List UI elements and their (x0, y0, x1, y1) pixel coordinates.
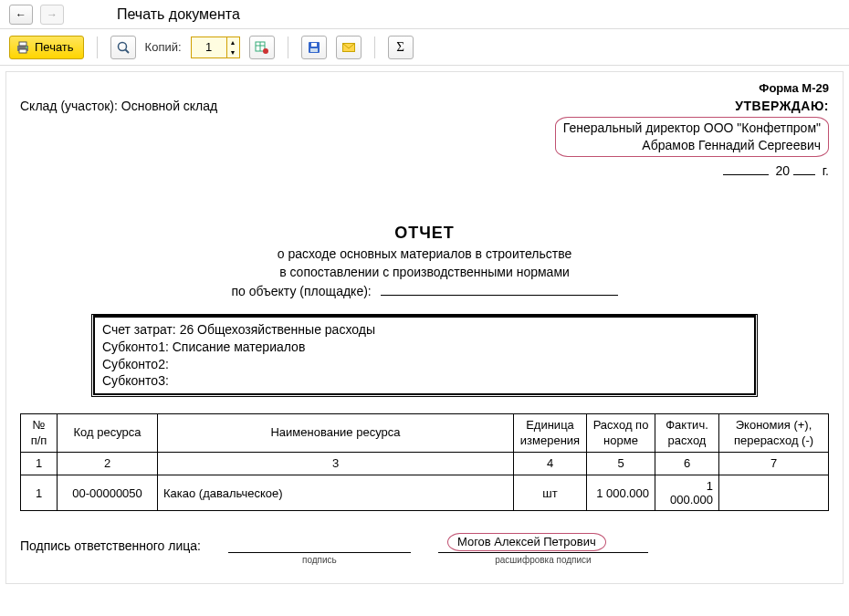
sign-cap2: расшифровка подписи (438, 555, 648, 565)
cell-fact: 1 000.000 (655, 475, 719, 511)
cell-name: Какао (давальческое) (158, 475, 514, 511)
th-delta: Экономия (+), перерасход (-) (719, 414, 829, 453)
svg-rect-2 (19, 49, 26, 53)
colnum: 1 (21, 452, 58, 475)
signature-row: Подпись ответственного лица: подпись Мог… (20, 538, 829, 565)
envelope-icon (341, 40, 356, 55)
titlebar: ← → Печать документа (0, 0, 849, 29)
mail-button[interactable] (336, 36, 362, 59)
approver-highlight: Генеральный директор ООО "Конфетпром" Аб… (555, 117, 829, 157)
floppy-icon (307, 40, 321, 55)
copies-up[interactable]: ▲ (227, 37, 239, 47)
svg-rect-11 (311, 43, 317, 47)
th-code: Код ресурса (58, 414, 158, 453)
th-norm: Расход по норме (587, 414, 655, 453)
sign-slot-name: Могов Алексей Петрович расшифровка подпи… (438, 538, 648, 565)
approve-date-line: 20 г. (555, 162, 829, 178)
nav-forward-button: → (40, 5, 64, 25)
window-title: Печать документа (117, 6, 240, 23)
table-colnum-row: 1 2 3 4 5 6 7 (21, 452, 829, 475)
sigma-icon: Σ (396, 39, 404, 55)
svg-rect-1 (19, 42, 26, 46)
cost-l2-label: Субконто1: (102, 339, 173, 354)
toolbar: Печать Копий: ▲ ▼ Σ (0, 29, 849, 66)
cell-code: 00-00000050 (58, 475, 158, 511)
colnum: 2 (58, 452, 158, 475)
approver-line1: Генеральный директор ООО "Конфетпром" (563, 120, 821, 135)
separator (288, 37, 288, 58)
cost-l3-label: Субконто2: (102, 357, 169, 371)
printer-icon (16, 41, 30, 54)
table-gear-icon (255, 40, 269, 55)
colnum: 3 (158, 452, 514, 475)
cell-num: 1 (21, 475, 58, 511)
approver-line2: Абрамов Геннадий Сергеевич (642, 138, 821, 152)
cost-l1-label: Счет затрат: (102, 322, 180, 337)
colnum: 4 (514, 452, 587, 475)
signer-name: Могов Алексей Петрович (457, 535, 596, 548)
svg-point-9 (263, 48, 268, 54)
cost-l4-label: Субконто3: (102, 373, 169, 388)
sign-cap1: подпись (228, 555, 411, 565)
sum-button[interactable]: Σ (388, 36, 414, 59)
preview-button[interactable] (110, 36, 136, 59)
copies-input[interactable] (192, 37, 226, 57)
cell-delta (719, 475, 829, 511)
report-sub1: о расходе основных материалов в строител… (20, 246, 829, 261)
report-sub2: в сопоставлении с производственными норм… (20, 265, 829, 279)
th-num: № п/п (21, 414, 58, 453)
copies-label: Копий: (145, 40, 182, 54)
th-name: Наименование ресурса (158, 414, 514, 453)
materials-table: № п/п Код ресурса Наименование ресурса Е… (20, 413, 829, 511)
report-object-line: по объекту (площадке): (20, 283, 829, 298)
year-suffix: г. (823, 163, 829, 178)
sign-label: Подпись ответственного лица: (20, 538, 201, 553)
cost-l2-value: Списание материалов (173, 339, 306, 354)
nav-back-button[interactable]: ← (9, 5, 33, 25)
settings-button[interactable] (249, 36, 275, 59)
year-prefix: 20 (775, 163, 790, 178)
separator (374, 37, 375, 58)
th-fact: Фактич. расход (655, 414, 719, 453)
save-button[interactable] (301, 36, 327, 59)
cost-account-box: Счет затрат: 26 Общехозяйственные расход… (93, 315, 756, 396)
copies-down[interactable]: ▼ (227, 47, 239, 57)
table-row: 1 00-00000050 Какао (давальческое) шт 1 … (21, 475, 829, 511)
colnum: 6 (655, 452, 719, 475)
cell-norm: 1 000.000 (587, 475, 655, 511)
svg-rect-12 (310, 48, 318, 52)
report-title: ОТЧЕТ (20, 224, 829, 243)
object-blank (381, 283, 618, 296)
object-label: по объекту (площадке): (231, 284, 371, 298)
signer-name-highlight: Могов Алексей Петрович (447, 533, 606, 551)
th-unit: Единица измерения (514, 414, 587, 453)
form-number: Форма М-29 (20, 81, 829, 95)
warehouse-line: Склад (участок): Основной склад (20, 99, 217, 113)
magnifier-icon (116, 40, 131, 55)
print-button-label: Печать (35, 40, 74, 54)
warehouse-label: Склад (участок): (20, 99, 121, 113)
svg-point-4 (118, 42, 126, 50)
colnum: 5 (587, 452, 655, 475)
separator (97, 37, 98, 58)
svg-line-5 (125, 49, 129, 53)
cell-unit: шт (514, 475, 587, 511)
copies-spinner[interactable]: ▲ ▼ (191, 37, 240, 58)
warehouse-value: Основной склад (121, 99, 217, 113)
approve-caption: УТВЕРЖДАЮ: (555, 99, 829, 113)
print-button[interactable]: Печать (9, 36, 84, 59)
approve-block: УТВЕРЖДАЮ: Генеральный директор ООО "Кон… (555, 99, 829, 178)
table-header-row: № п/п Код ресурса Наименование ресурса Е… (21, 414, 829, 453)
cost-l1-value: 26 Общехозяйственные расходы (180, 322, 375, 337)
colnum: 7 (719, 452, 829, 475)
sign-slot-signature: подпись (228, 538, 411, 565)
svg-point-3 (26, 47, 27, 48)
document-page: Форма М-29 Склад (участок): Основной скл… (5, 71, 844, 584)
